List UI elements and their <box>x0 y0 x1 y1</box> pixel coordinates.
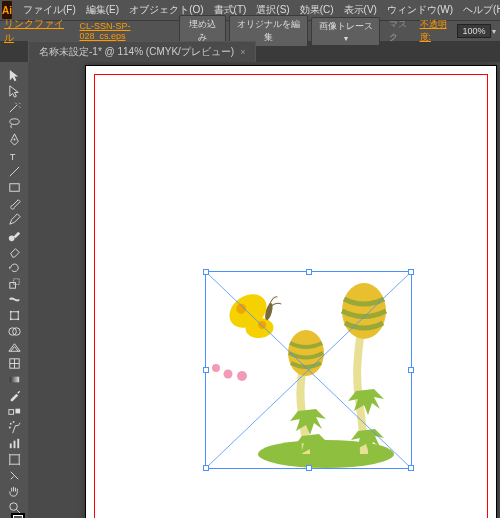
svg-line-40 <box>206 272 411 468</box>
document-tab-title: 名称未設定-1* @ 114% (CMYK/プレビュー) <box>39 45 234 59</box>
blob-brush-tool[interactable] <box>3 228 25 243</box>
artboard[interactable] <box>86 66 496 518</box>
svg-rect-25 <box>9 455 18 464</box>
slice-tool[interactable] <box>3 468 25 483</box>
control-bar: リンクファイル CL-SSN-SP-028_cs.eps 埋め込み オリジナルを… <box>0 20 500 42</box>
linked-filename[interactable]: CL-SSN-SP-028_cs.eps <box>79 21 167 41</box>
opacity-label[interactable]: 不透明度: <box>420 18 455 44</box>
free-transform-tool[interactable] <box>3 308 25 323</box>
svg-point-21 <box>8 427 10 429</box>
rectangle-tool[interactable] <box>3 180 25 195</box>
svg-point-10 <box>17 311 19 313</box>
gradient-tool[interactable] <box>3 372 25 387</box>
svg-rect-16 <box>9 377 18 383</box>
line-tool[interactable] <box>3 164 25 179</box>
menu-file[interactable]: ファイル(F) <box>18 3 81 17</box>
workspace: T <box>0 62 500 518</box>
perspective-grid-tool[interactable] <box>3 340 25 355</box>
svg-point-5 <box>8 236 14 242</box>
opacity-dropdown-icon[interactable]: ▾ <box>492 27 496 36</box>
symbol-sprayer-tool[interactable] <box>3 420 25 435</box>
svg-rect-18 <box>15 409 20 414</box>
svg-point-26 <box>9 503 17 511</box>
menu-edit[interactable]: 編集(E) <box>81 3 124 17</box>
resize-handle-ml[interactable] <box>203 367 209 373</box>
svg-point-12 <box>17 318 19 320</box>
svg-text:T: T <box>9 152 15 162</box>
resize-handle-tl[interactable] <box>203 269 209 275</box>
svg-rect-24 <box>17 439 19 448</box>
type-tool[interactable]: T <box>3 148 25 163</box>
resize-handle-br[interactable] <box>408 465 414 471</box>
svg-point-0 <box>9 119 18 125</box>
svg-rect-23 <box>13 441 15 449</box>
pencil-tool[interactable] <box>3 212 25 227</box>
width-tool[interactable] <box>3 292 25 307</box>
scale-tool[interactable] <box>3 276 25 291</box>
direct-selection-tool[interactable] <box>3 84 25 99</box>
lasso-tool[interactable] <box>3 116 25 131</box>
svg-rect-22 <box>9 444 11 449</box>
artboard-tool[interactable] <box>3 452 25 467</box>
svg-rect-17 <box>8 410 13 415</box>
mask-button[interactable]: マスク <box>389 18 413 44</box>
canvas[interactable] <box>28 62 500 518</box>
blend-tool[interactable] <box>3 404 25 419</box>
resize-handle-tc[interactable] <box>306 269 312 275</box>
resize-handle-bl[interactable] <box>203 465 209 471</box>
shape-builder-tool[interactable] <box>3 324 25 339</box>
svg-line-3 <box>9 167 18 176</box>
toolbox: T <box>0 62 28 518</box>
svg-rect-4 <box>9 184 18 192</box>
eyedropper-tool[interactable] <box>3 388 25 403</box>
menu-help[interactable]: ヘルプ(H) <box>458 3 500 17</box>
document-tab[interactable]: 名称未設定-1* @ 114% (CMYK/プレビュー) × <box>28 41 256 62</box>
svg-point-9 <box>9 311 11 313</box>
image-trace-button[interactable]: 画像トレース <box>311 17 380 46</box>
opacity-input[interactable]: 100% <box>457 24 491 38</box>
document-tab-bar: 名称未設定-1* @ 114% (CMYK/プレビュー) × <box>0 42 500 62</box>
selection-bounding-box[interactable] <box>205 271 412 469</box>
resize-handle-bc[interactable] <box>306 465 312 471</box>
svg-rect-7 <box>13 279 19 285</box>
selection-tool[interactable] <box>3 68 25 83</box>
svg-point-1 <box>13 139 15 141</box>
pen-tool[interactable] <box>3 132 25 147</box>
stroke-swatch[interactable] <box>11 513 25 518</box>
magic-wand-tool[interactable] <box>3 100 25 115</box>
eraser-tool[interactable] <box>3 244 25 259</box>
mesh-tool[interactable] <box>3 356 25 371</box>
hand-tool[interactable] <box>3 484 25 499</box>
resize-handle-tr[interactable] <box>408 269 414 275</box>
svg-rect-6 <box>9 283 15 289</box>
menu-window[interactable]: ウィンドウ(W) <box>382 3 458 17</box>
svg-point-19 <box>9 423 11 425</box>
svg-line-39 <box>206 272 411 468</box>
paintbrush-tool[interactable] <box>3 196 25 211</box>
column-graph-tool[interactable] <box>3 436 25 451</box>
svg-point-11 <box>9 318 11 320</box>
svg-point-20 <box>12 421 14 423</box>
svg-rect-8 <box>10 312 18 320</box>
rotate-tool[interactable] <box>3 260 25 275</box>
resize-handle-mr[interactable] <box>408 367 414 373</box>
close-tab-icon[interactable]: × <box>240 47 245 57</box>
menu-view[interactable]: 表示(V) <box>339 3 382 17</box>
